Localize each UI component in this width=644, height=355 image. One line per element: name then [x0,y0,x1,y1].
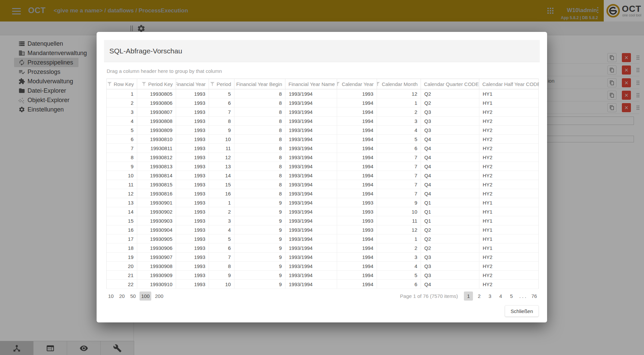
table-row[interactable]: 61993081019931081993/199419945Q4HY2 [107,135,538,144]
table-cell: 5 [209,234,234,243]
column-header-calendar-year[interactable]: Calendar Year [337,79,377,89]
table-cell: 10 [209,280,234,289]
table-cell: 1994 [337,126,377,134]
filter-icon[interactable] [337,82,340,86]
page-button-76[interactable]: 76 [530,292,539,301]
table-cell: HY1 [479,234,539,243]
table-cell: 11 [107,180,137,189]
table-row[interactable]: 17199309051993591993/199419941Q2HY1 [107,234,538,243]
table-cell: 8 [234,189,285,198]
table-row[interactable]: 71993081119931181993/199419946Q4HY2 [107,144,538,153]
table-cell: HY2 [479,253,539,261]
table-cell: 9 [234,225,285,234]
table-cell: 1993 [176,198,209,207]
table-cell: 1993/1994 [285,189,337,198]
table-cell: 16 [107,225,137,234]
table-row[interactable]: 121993081619931681993/199419947Q4HY2 [107,189,538,198]
table-cell: 9 [377,198,421,207]
table-cell: 12 [377,225,421,234]
table-cell: 1993 [337,216,377,225]
table-row[interactable]: 81993081219931281993/199419947Q4HY2 [107,153,538,162]
table-row[interactable]: 3199308071993781993/199419942Q3HY2 [107,107,538,117]
page-size-20[interactable]: 20 [117,292,126,301]
column-header-label: Calendar Year [342,81,374,87]
column-header-period[interactable]: Period [209,79,234,89]
table-cell: 1994 [337,171,377,180]
page-button-5[interactable]: 5 [507,292,516,301]
column-header-calendar-quarter-code[interactable]: Calendar Quarter CODE [421,79,479,89]
table-cell: 9 [234,271,285,279]
table-cell: 6 [209,98,234,107]
page-size-200[interactable]: 200 [153,292,165,301]
table-row[interactable]: 2199308061993681993/199419941Q2HY1 [107,98,538,107]
table-cell: Q3 [421,253,479,261]
table-row[interactable]: 221993091019931091993/199419946Q4HY2 [107,280,538,289]
table-row[interactable]: 1199308051993581993/1994199312Q2HY1 [107,89,538,98]
table-cell: 19930910 [137,280,176,289]
filter-icon[interactable] [377,82,380,86]
close-button[interactable]: Schließen [505,305,539,317]
table-cell: 1993 [176,117,209,125]
table-cell: 2 [209,207,234,216]
table-cell: Q4 [421,180,479,189]
table-cell: HY2 [479,162,539,171]
page-size-10[interactable]: 10 [106,292,115,301]
column-header-financial-year-name[interactable]: Financial Year Name [285,79,337,89]
page-button-1[interactable]: 1 [464,292,473,301]
table-row[interactable]: 13199309011993191993/199419939Q1HY1 [107,198,538,207]
table-row[interactable]: 111993081519931581993/199419947Q4HY2 [107,180,538,189]
table-cell: Q4 [421,162,479,171]
column-header-calendar-month[interactable]: Calendar Month [377,79,421,89]
table-cell: 8 [234,107,285,116]
filter-icon[interactable] [210,82,215,86]
table-cell: 15 [209,180,234,189]
table-cell: 1993/1994 [285,117,337,125]
page-button-4[interactable]: 4 [496,292,505,301]
table-cell: 3 [377,117,421,125]
table-cell: 1993/1994 [285,198,337,207]
table-row[interactable]: 18199309061993691993/199419942Q2HY1 [107,243,538,253]
page-size-100[interactable]: 100 [140,292,151,301]
column-header-row-key[interactable]: Row Key [107,79,137,89]
table-row[interactable]: 14199309021993291993/1994199310Q1HY1 [107,207,538,216]
column-header-financial-year-begin[interactable]: Financial Year Begin [234,79,285,89]
table-cell: 12 [209,153,234,162]
table-cell: HY1 [479,198,539,207]
column-header-period-key[interactable]: Period Key [137,79,176,89]
table-cell: 3 [209,216,234,225]
column-header-calendar-half-year-code[interactable]: Calendar Half Year CODE [479,79,539,89]
page-button-2[interactable]: 2 [475,292,484,301]
table-cell: Q1 [421,207,479,216]
table-row[interactable]: 5199308091993981993/199419944Q3HY2 [107,126,538,135]
page-button-3[interactable]: 3 [485,292,494,301]
table-cell: Q2 [421,225,479,234]
table-cell: 19930903 [137,216,176,225]
table-row[interactable]: 15199309031993391993/1994199311Q1HY1 [107,216,538,225]
table-cell: 1993/1994 [285,216,337,225]
column-header-financial-year[interactable]: Financial Year [176,79,209,89]
table-cell: 8 [209,262,234,270]
column-header-label: Period [217,81,231,87]
table-cell: 1993 [176,234,209,243]
table-row[interactable]: 16199309041993491993/1994199312Q2HY1 [107,225,538,234]
page-selector: 12345. . .76 [464,292,539,301]
page-size-50[interactable]: 50 [128,292,138,301]
table-row[interactable]: 4199308081993881993/199419943Q3HY2 [107,117,538,126]
table-row[interactable]: 19199309071993791993/199419943Q3HY2 [107,253,538,262]
table-cell: 8 [234,89,285,98]
table-row[interactable]: 20199309081993891993/199419944Q3HY2 [107,262,538,271]
table-cell: 9 [234,198,285,207]
column-header-label: Calendar Half Year CODE [482,81,539,87]
table-row[interactable]: 91993081319931381993/199419947Q4HY2 [107,162,538,171]
table-cell: HY1 [479,98,539,107]
filter-icon[interactable] [107,82,112,86]
table-cell: 1 [107,89,137,98]
table-cell: Q2 [421,89,479,98]
table-cell: 1993/1994 [285,153,337,162]
table-row[interactable]: 21199309091993991993/199419945Q3HY2 [107,271,538,280]
filter-icon[interactable] [142,82,146,86]
table-cell: HY1 [479,207,539,216]
table-row[interactable]: 101993081419931481993/199419947Q4HY2 [107,171,538,180]
table-cell: 1993 [176,280,209,289]
table-cell: 8 [234,144,285,152]
